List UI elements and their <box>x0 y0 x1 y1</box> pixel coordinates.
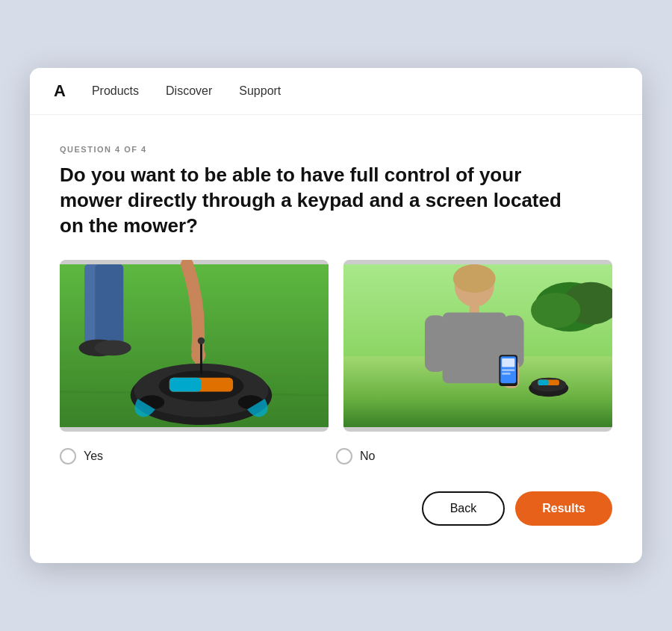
svg-point-29 <box>453 264 496 293</box>
image-option-no <box>343 260 612 432</box>
logo: A <box>54 81 65 101</box>
label-no: No <box>360 450 375 463</box>
navbar: A Products Discover Support <box>30 68 642 115</box>
browser-frame: A Products Discover Support QUESTION 4 O… <box>30 68 642 562</box>
nav-item-discover[interactable]: Discover <box>166 84 212 98</box>
nav-item-support[interactable]: Support <box>239 84 281 98</box>
main-content: QUESTION 4 OF 4 Do you want to be able t… <box>30 115 642 562</box>
option-no[interactable]: No <box>336 448 612 464</box>
svg-rect-37 <box>502 358 514 367</box>
radio-no[interactable] <box>336 448 352 464</box>
svg-rect-39 <box>502 373 510 375</box>
images-row <box>60 260 612 432</box>
options-row: Yes No <box>60 448 612 464</box>
svg-point-16 <box>198 337 205 344</box>
svg-point-7 <box>94 340 131 355</box>
svg-point-22 <box>531 293 580 328</box>
back-button[interactable]: Back <box>422 491 505 526</box>
nav-link-products[interactable]: Products <box>92 84 139 97</box>
svg-rect-32 <box>425 315 446 372</box>
nav-link-support[interactable]: Support <box>239 84 281 97</box>
results-button[interactable]: Results <box>515 491 612 526</box>
svg-rect-5 <box>95 264 123 349</box>
image-no-svg <box>343 260 612 432</box>
image-yes-svg <box>60 260 329 432</box>
nav-links: Products Discover Support <box>92 84 281 98</box>
svg-rect-27 <box>538 379 549 385</box>
svg-rect-31 <box>443 312 506 383</box>
option-yes[interactable]: Yes <box>60 448 336 464</box>
radio-yes[interactable] <box>60 448 76 464</box>
label-yes: Yes <box>84 450 103 463</box>
question-counter: QUESTION 4 OF 4 <box>60 145 612 154</box>
svg-rect-30 <box>470 303 479 314</box>
footer-buttons: Back Results <box>60 491 612 526</box>
svg-rect-38 <box>502 369 514 371</box>
nav-item-products[interactable]: Products <box>92 84 139 98</box>
svg-rect-14 <box>169 377 202 391</box>
question-text: Do you want to be able to have full cont… <box>60 163 567 238</box>
nav-link-discover[interactable]: Discover <box>166 84 212 97</box>
image-option-yes <box>60 260 329 432</box>
